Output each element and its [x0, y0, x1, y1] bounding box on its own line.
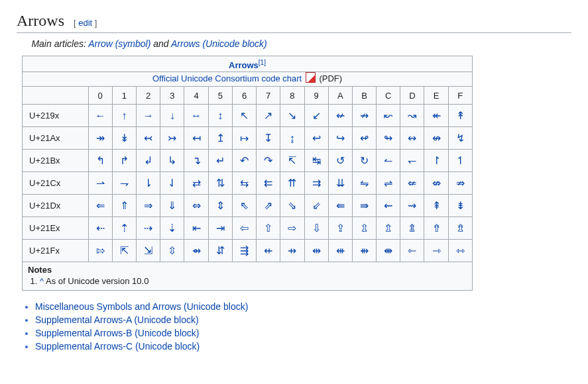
glyph-link[interactable]: ↕ [217, 110, 223, 121]
glyph-link[interactable]: ⇜ [384, 200, 392, 211]
glyph-cell[interactable]: ↚ [328, 105, 352, 127]
glyph-cell[interactable]: ↻ [352, 150, 376, 172]
glyph-link[interactable]: ↜ [384, 110, 392, 121]
glyph-link[interactable]: ↿ [456, 155, 465, 166]
glyph-link[interactable]: ⇽ [408, 245, 416, 256]
glyph-cell[interactable]: ↞ [424, 105, 448, 127]
glyph-link[interactable]: ⇄ [192, 177, 201, 189]
glyph-cell[interactable]: ↶ [232, 150, 256, 172]
glyph-link[interactable]: ⇙ [312, 200, 321, 211]
glyph-link[interactable]: ⇻ [360, 245, 369, 256]
glyph-cell[interactable]: ⇤ [184, 217, 208, 240]
glyph-cell[interactable]: ↫ [352, 127, 376, 150]
see-also-link[interactable]: Miscellaneous Symbols and Arrows (Unicod… [35, 301, 248, 312]
glyph-link[interactable]: ↪ [336, 132, 345, 144]
glyph-link[interactable]: ↔ [191, 110, 202, 121]
glyph-link[interactable]: ↬ [384, 132, 392, 144]
glyph-cell[interactable]: ⇣ [160, 217, 184, 240]
glyph-cell[interactable]: ⇐ [88, 195, 112, 217]
glyph-link[interactable]: ↓ [170, 110, 175, 121]
glyph-cell[interactable]: ⇓ [160, 195, 184, 217]
glyph-link[interactable]: ↢ [144, 132, 152, 144]
glyph-link[interactable]: ↫ [360, 132, 369, 144]
glyph-cell[interactable]: ⇟ [448, 195, 472, 217]
glyph-link[interactable]: ↞ [432, 110, 441, 121]
glyph-link[interactable]: ⇩ [312, 222, 321, 234]
glyph-cell[interactable]: ↜ [377, 105, 400, 127]
glyph-link[interactable]: ↛ [360, 110, 369, 121]
glyph-link[interactable]: ⇫ [360, 222, 369, 234]
glyph-cell[interactable]: ⇧ [257, 217, 280, 240]
glyph-link[interactable]: ⇷ [264, 245, 272, 256]
glyph-cell[interactable]: ↿ [448, 150, 472, 172]
glyph-cell[interactable]: ⇆ [232, 172, 256, 195]
glyph-link[interactable]: ⇣ [168, 222, 176, 234]
glyph-cell[interactable]: ↽ [400, 150, 424, 172]
glyph-cell[interactable]: ⇒ [136, 195, 160, 217]
glyph-link[interactable]: ⇳ [168, 245, 176, 256]
glyph-cell[interactable]: ↡ [112, 127, 136, 150]
see-also-link[interactable]: Supplemental Arrows-C (Unicode block) [35, 341, 200, 352]
glyph-link[interactable]: ↖ [240, 110, 249, 121]
glyph-link[interactable]: ⇱ [120, 245, 129, 256]
glyph-link[interactable]: ↵ [216, 155, 225, 166]
glyph-link[interactable]: ⇚ [336, 200, 345, 211]
chart-title-link[interactable]: Arrows [229, 60, 259, 70]
glyph-cell[interactable]: ↨ [280, 127, 304, 150]
glyph-cell[interactable]: ⇳ [160, 240, 184, 262]
glyph-cell[interactable]: ⇵ [208, 240, 232, 262]
glyph-link[interactable]: ↸ [288, 155, 296, 166]
glyph-cell[interactable]: ⇜ [377, 195, 400, 217]
chart-subtitle-link[interactable]: Official Unicode Consortium code chart [152, 73, 302, 83]
glyph-link[interactable]: ⇞ [432, 200, 441, 211]
glyph-cell[interactable]: ⇂ [136, 172, 160, 195]
glyph-cell[interactable]: ⇍ [400, 172, 424, 195]
glyph-cell[interactable]: ⇋ [352, 172, 376, 195]
glyph-link[interactable]: ⇊ [336, 177, 345, 189]
glyph-link[interactable]: ⇤ [192, 222, 201, 234]
glyph-link[interactable]: ⇾ [432, 245, 441, 256]
glyph-cell[interactable]: ↕ [208, 105, 232, 127]
glyph-link[interactable]: ↠ [96, 132, 105, 144]
glyph-link[interactable]: ⇦ [240, 222, 249, 234]
glyph-cell[interactable]: ↵ [208, 150, 232, 172]
glyph-link[interactable]: ⇓ [168, 200, 176, 211]
glyph-cell[interactable]: ⇡ [112, 217, 136, 240]
glyph-link[interactable]: ⇘ [288, 200, 296, 211]
glyph-link[interactable]: ⇠ [96, 222, 105, 234]
glyph-link[interactable]: ↗ [264, 110, 272, 121]
glyph-link[interactable]: ↝ [408, 110, 416, 121]
glyph-link[interactable]: ⇶ [240, 245, 249, 256]
glyph-link[interactable]: ⇥ [216, 222, 225, 234]
glyph-cell[interactable]: ⇼ [377, 240, 400, 262]
glyph-cell[interactable]: ⇩ [304, 217, 328, 240]
glyph-link[interactable]: ⇰ [96, 245, 105, 256]
glyph-cell[interactable]: ⇱ [112, 240, 136, 262]
glyph-cell[interactable]: ⇀ [88, 172, 112, 195]
glyph-cell[interactable]: ↠ [88, 127, 112, 150]
glyph-cell[interactable]: ⇁ [112, 172, 136, 195]
glyph-cell[interactable]: ⇯ [448, 217, 472, 240]
glyph-link[interactable]: ⇺ [336, 245, 345, 256]
glyph-cell[interactable]: ⇽ [400, 240, 424, 262]
glyph-cell[interactable]: ⇠ [88, 217, 112, 240]
glyph-link[interactable]: ⇏ [456, 177, 465, 189]
glyph-link[interactable]: ⇁ [120, 177, 129, 189]
glyph-link[interactable]: ⇂ [144, 177, 152, 189]
glyph-link[interactable]: ⇍ [408, 177, 416, 189]
glyph-link[interactable]: ↩ [312, 132, 321, 144]
glyph-cell[interactable]: ⇹ [304, 240, 328, 262]
glyph-cell[interactable]: ⇞ [424, 195, 448, 217]
glyph-link[interactable]: ⇌ [384, 177, 392, 189]
glyph-link[interactable]: ↼ [384, 155, 392, 166]
glyph-cell[interactable]: ⇉ [304, 172, 328, 195]
glyph-link[interactable]: ↮ [432, 132, 441, 144]
glyph-link[interactable]: ⇝ [408, 200, 416, 211]
glyph-cell[interactable]: ↢ [136, 127, 160, 150]
glyph-cell[interactable]: ⇘ [280, 195, 304, 217]
glyph-cell[interactable]: ↝ [400, 105, 424, 127]
glyph-cell[interactable]: ↪ [328, 127, 352, 150]
chart-title-ref[interactable]: [1] [259, 59, 266, 66]
glyph-cell[interactable]: ⇢ [136, 217, 160, 240]
see-also-link[interactable]: Supplemental Arrows-A (Unicode block) [35, 314, 199, 325]
